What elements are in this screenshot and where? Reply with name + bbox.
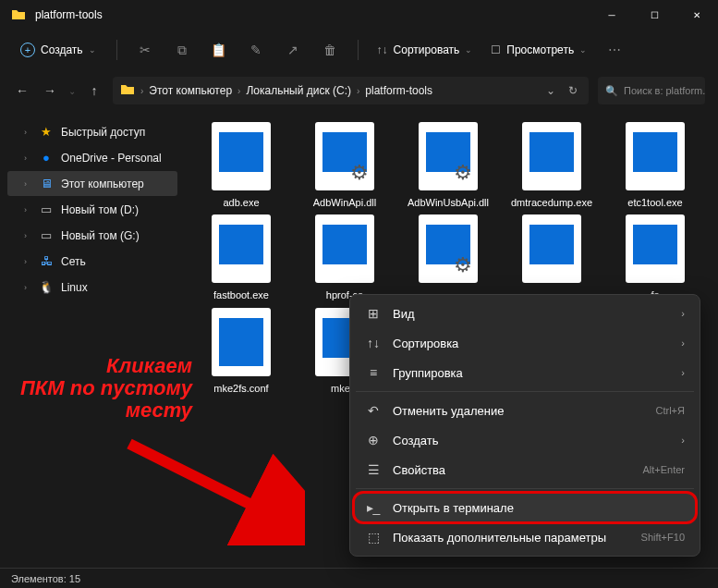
menu-icon: ⊕ (365, 433, 382, 447)
file-icon (419, 122, 478, 190)
context-menu-item[interactable]: ⊞Вид› (354, 299, 696, 328)
sidebar-item-label: Linux (61, 281, 88, 294)
menu-icon: ⊞ (365, 306, 382, 321)
sidebar-item-label: Сеть (61, 255, 86, 268)
up-button[interactable]: ↑ (85, 83, 103, 98)
file-item[interactable]: AdbWinApi.dll (299, 122, 390, 209)
minimize-button[interactable]: ─ (590, 0, 633, 30)
shortcut: Ctrl+Я (656, 405, 685, 416)
menu-label: Вид (393, 307, 670, 321)
context-menu-item[interactable]: ⊕Создать› (354, 425, 696, 455)
file-item[interactable]: adb.exe (196, 122, 286, 209)
maximize-button[interactable]: ☐ (633, 0, 675, 30)
sidebar-icon: ▭ (39, 202, 54, 216)
file-item[interactable]: dmtracedump.exe (506, 122, 597, 209)
file-name: dmtracedump.exe (511, 196, 592, 209)
view-icon: ☐ (491, 43, 501, 56)
search-icon: 🔍 (605, 85, 618, 97)
shortcut: Alt+Enter (642, 464, 685, 475)
sidebar-item[interactable]: ›🖥Этот компьютер (7, 171, 177, 196)
file-item[interactable] (403, 214, 493, 301)
cut-icon[interactable]: ✂ (128, 35, 162, 65)
view-button[interactable]: ☐ Просмотреть ⌄ (483, 40, 594, 60)
status-bar: Элементов: 15 (0, 568, 718, 588)
menu-icon: ↑↓ (365, 336, 382, 350)
share-icon[interactable]: ↗ (276, 35, 310, 65)
more-icon[interactable]: ⋯ (598, 35, 631, 65)
menu-label: Создать (393, 434, 670, 447)
menu-icon: ⬚ (365, 530, 382, 545)
back-button[interactable]: ← (13, 83, 31, 98)
menu-icon: ≡ (365, 365, 382, 380)
file-item[interactable]: hprof-co (299, 214, 390, 301)
sidebar-item[interactable]: ›●OneDrive - Personal (7, 145, 177, 170)
menu-icon: ☰ (365, 462, 382, 477)
file-item[interactable]: AdbWinUsbApi.dll (403, 122, 493, 209)
file-icon (626, 122, 685, 190)
forward-button[interactable]: → (41, 83, 59, 98)
file-icon (626, 214, 685, 283)
file-item[interactable]: etc1tool.exe (610, 122, 700, 209)
paste-icon[interactable]: 📋 (202, 35, 236, 65)
chevron-down-icon[interactable]: ⌄ (546, 84, 555, 97)
file-item[interactable]: fastboot.exe (196, 214, 286, 301)
copy-icon[interactable]: ⧉ (165, 35, 199, 65)
sidebar-icon: 🐧 (39, 280, 54, 294)
breadcrumb[interactable]: Локальный диск (C:) (246, 84, 351, 97)
file-item[interactable]: fo (610, 214, 700, 301)
sort-icon: ↑↓ (377, 43, 388, 56)
context-menu-item[interactable]: ⬚Показать дополнительные параметрыShift+… (354, 522, 696, 552)
sidebar-item-label: Этот компьютер (61, 178, 144, 190)
menu-label: Отменить удаление (393, 404, 645, 418)
window-title: platform-tools (35, 8, 590, 21)
sidebar-item[interactable]: ›🐧Linux (7, 275, 177, 300)
folder-icon (11, 7, 26, 22)
sidebar-item-label: OneDrive - Personal (61, 152, 162, 165)
file-icon (212, 308, 271, 376)
file-icon (315, 122, 374, 190)
menu-label: Показать дополнительные параметры (393, 531, 630, 545)
file-name: adb.exe (223, 196, 259, 209)
sidebar-icon: 🖥 (39, 177, 54, 190)
menu-label: Сортировка (393, 337, 670, 350)
file-name: AdbWinApi.dll (313, 196, 376, 209)
sidebar-item[interactable]: ›★Быстрый доступ (7, 119, 177, 144)
address-bar[interactable]: › Этот компьютер › Локальный диск (C:) ›… (113, 77, 589, 104)
sidebar-icon: ● (39, 151, 54, 165)
menu-icon: ▸_ (365, 500, 382, 515)
context-menu-item[interactable]: ☰СвойстваAlt+Enter (354, 455, 696, 484)
menu-label: Открыть в терминале (393, 501, 685, 515)
file-item[interactable]: mke2fs.conf (196, 308, 286, 395)
context-menu-item[interactable]: ↑↓Сортировка› (354, 328, 696, 358)
chevron-down-icon[interactable]: ⌄ (68, 86, 76, 96)
close-button[interactable]: ✕ (675, 0, 718, 30)
sidebar-item-label: Новый том (G:) (61, 229, 140, 242)
search-input[interactable]: 🔍 Поиск в: platform... (598, 77, 705, 104)
annotation-text: Кликаем ПКМ по пустому месту (20, 355, 192, 423)
chevron-right-icon: › (681, 435, 685, 446)
menu-label: Свойства (393, 463, 631, 477)
sidebar-icon: ★ (39, 125, 54, 139)
refresh-icon[interactable]: ↻ (568, 84, 578, 97)
rename-icon[interactable]: ✎ (239, 35, 273, 65)
sidebar-item[interactable]: ›🖧Сеть (7, 249, 177, 274)
shortcut: Shift+F10 (641, 532, 685, 543)
create-button[interactable]: + Создать ⌄ (11, 39, 105, 61)
context-menu-item[interactable]: ↶Отменить удалениеCtrl+Я (354, 396, 696, 425)
chevron-right-icon: › (681, 337, 685, 349)
chevron-down-icon: ⌄ (579, 45, 587, 55)
file-item[interactable] (506, 214, 597, 301)
breadcrumb[interactable]: Этот компьютер (149, 84, 232, 97)
sidebar: ›★Быстрый доступ›●OneDrive - Personal›🖥Э… (0, 111, 185, 568)
sort-button[interactable]: ↑↓ Сортировать ⌄ (370, 40, 481, 60)
menu-icon: ↶ (365, 403, 382, 418)
delete-icon[interactable]: 🗑 (313, 35, 347, 65)
context-menu-item[interactable]: ▸_Открыть в терминале (354, 493, 696, 522)
file-icon (419, 214, 478, 283)
sidebar-icon: 🖧 (39, 254, 54, 268)
sidebar-icon: ▭ (39, 228, 54, 242)
sidebar-item[interactable]: ›▭Новый том (D:) (7, 197, 177, 222)
breadcrumb[interactable]: platform-tools (365, 84, 432, 97)
sidebar-item[interactable]: ›▭Новый том (G:) (7, 223, 177, 248)
context-menu-item[interactable]: ≡Группировка› (354, 358, 696, 387)
